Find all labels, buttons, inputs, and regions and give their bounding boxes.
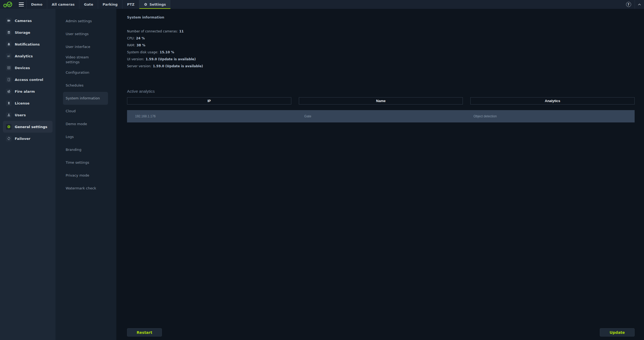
settings-item-time-settings[interactable]: Time settings (55, 156, 116, 169)
info-label: System disk usage: (127, 50, 158, 54)
info-label: Number of connected cameras: (127, 29, 178, 33)
active-analytics-section: Active analytics IP Name Analytics 192.1… (127, 89, 635, 122)
table-row[interactable]: 192.168.1.176 Gate Object detection (127, 110, 635, 122)
sidebar-item-label: Analytics (15, 54, 33, 58)
sidebar-item-label: General settings (15, 125, 47, 129)
info-value: 1.59.0 (Update is available) (146, 57, 196, 61)
help-button[interactable]: ? (622, 0, 635, 9)
settings-item-video-stream-settings[interactable]: Video stream settings (55, 53, 109, 66)
cell-ip: 192.168.1.176 (127, 110, 296, 122)
info-label: Server version: (127, 64, 151, 68)
info-label: UI version: (127, 57, 144, 61)
settings-item-user-interface[interactable]: User interface (55, 40, 116, 53)
gear-icon (6, 124, 12, 130)
info-value: 15.10 % (160, 50, 174, 54)
sync-icon (6, 136, 12, 141)
settings-item-watermark-check[interactable]: Watermark check (55, 182, 116, 195)
column-header-analytics[interactable]: Analytics (470, 97, 635, 104)
gear-icon (144, 3, 147, 6)
collapse-button[interactable] (635, 0, 644, 9)
sidebar-item-failover[interactable]: Failover (0, 133, 55, 144)
tab-all-cameras[interactable]: All cameras (47, 0, 79, 9)
settings-item-privacy-mode[interactable]: Privacy mode (55, 169, 116, 182)
sidebar-item-fire-alarm[interactable]: Fire alarm (0, 85, 55, 97)
sidebar-item-label: Users (15, 113, 26, 117)
info-cpu: CPU: 24 % (127, 35, 635, 42)
settings-item-logs[interactable]: Logs (55, 130, 116, 143)
sidebar-item-access-control[interactable]: Access control (0, 74, 55, 85)
sidebar-item-cameras[interactable]: Cameras (0, 15, 55, 27)
tab-demo[interactable]: Demo (27, 0, 47, 9)
settings-item-branding[interactable]: Branding (55, 143, 116, 156)
settings-item-cloud[interactable]: Cloud (55, 105, 116, 118)
restart-button[interactable]: Restart (127, 328, 162, 337)
main-content: System information Number of connected c… (116, 9, 644, 340)
chevron-up-icon (638, 3, 641, 6)
tab-settings-label: Settings (150, 2, 166, 6)
door-icon (6, 77, 12, 83)
tab-settings[interactable]: Settings (139, 0, 170, 9)
sidebar-item-label: Access control (15, 78, 43, 82)
settings-item-admin-settings[interactable]: Admin settings (55, 15, 116, 28)
flame-icon (6, 89, 12, 94)
active-analytics-title: Active analytics (127, 89, 635, 94)
info-value: 11 (179, 29, 184, 33)
settings-item-configuration[interactable]: Configuration (55, 66, 116, 79)
settings-item-system-information[interactable]: System information (63, 92, 108, 105)
sidebar-item-label: Devices (15, 66, 30, 70)
info-value: 38 % (136, 43, 145, 47)
bell-icon (6, 42, 12, 47)
sidebar-item-analytics[interactable]: ai Analytics (0, 50, 55, 62)
sidebar-item-label: Failover (15, 137, 30, 141)
sidebar-item-users[interactable]: Users (0, 109, 55, 121)
sidebar-item-label: Cameras (15, 19, 32, 23)
medal-icon (6, 100, 12, 106)
menu-icon[interactable] (17, 0, 26, 9)
device-icon (6, 65, 12, 71)
settings-sidebar: Admin settings User settings User interf… (55, 9, 116, 340)
info-value: 1.59.0 (Update is available) (153, 64, 203, 68)
brand-logo[interactable] (0, 0, 17, 9)
settings-item-demo-mode[interactable]: Demo mode (55, 118, 116, 130)
tab-parking[interactable]: Parking (98, 0, 122, 9)
brand-logo-icon (3, 1, 14, 8)
sidebar-item-label: Notifications (15, 42, 40, 46)
info-ram: RAM: 38 % (127, 42, 635, 49)
topbar: Demo All cameras Gate Parking PTZ Settin… (0, 0, 644, 9)
database-icon (6, 30, 12, 35)
update-button[interactable]: Update (600, 328, 635, 337)
info-connected-cameras: Number of connected cameras: 11 (127, 28, 635, 35)
person-icon (6, 112, 12, 118)
sidebar-item-storage[interactable]: Storage (0, 27, 55, 38)
column-header-ip[interactable]: IP (127, 97, 291, 104)
video-camera-icon (6, 18, 12, 24)
settings-item-schedules[interactable]: Schedules (55, 79, 116, 92)
sidebar-item-label: Fire alarm (15, 89, 35, 94)
info-value: 24 % (136, 36, 145, 40)
system-info-list: Number of connected cameras: 11 CPU: 24 … (127, 28, 635, 70)
sidebar-item-label: License (15, 101, 29, 105)
tab-gate[interactable]: Gate (79, 0, 98, 9)
analytics-table-header: IP Name Analytics (127, 97, 635, 104)
page-title: System information (127, 15, 635, 19)
info-label: RAM: (127, 43, 135, 47)
main-sidebar: Cameras Storage Notifications ai Analyti… (0, 9, 55, 340)
cell-name: Gate (296, 110, 465, 122)
info-disk-usage: System disk usage: 15.10 % (127, 49, 635, 56)
ai-icon: ai (6, 53, 12, 59)
sidebar-item-notifications[interactable]: Notifications (0, 38, 55, 50)
sidebar-item-label: Storage (15, 31, 30, 35)
column-header-name[interactable]: Name (299, 97, 463, 104)
sidebar-item-general-settings[interactable]: General settings (3, 121, 53, 133)
sidebar-item-devices[interactable]: Devices (0, 62, 55, 74)
sidebar-item-license[interactable]: License (0, 97, 55, 109)
info-label: CPU: (127, 36, 135, 40)
settings-item-user-settings[interactable]: User settings (55, 28, 116, 40)
cell-analytics: Object detection (466, 110, 635, 122)
info-server-version: Server version: 1.59.0 (Update is availa… (127, 63, 635, 70)
help-icon: ? (626, 2, 631, 7)
info-ui-version: UI version: 1.59.0 (Update is available) (127, 56, 635, 63)
tab-ptz[interactable]: PTZ (122, 0, 139, 9)
